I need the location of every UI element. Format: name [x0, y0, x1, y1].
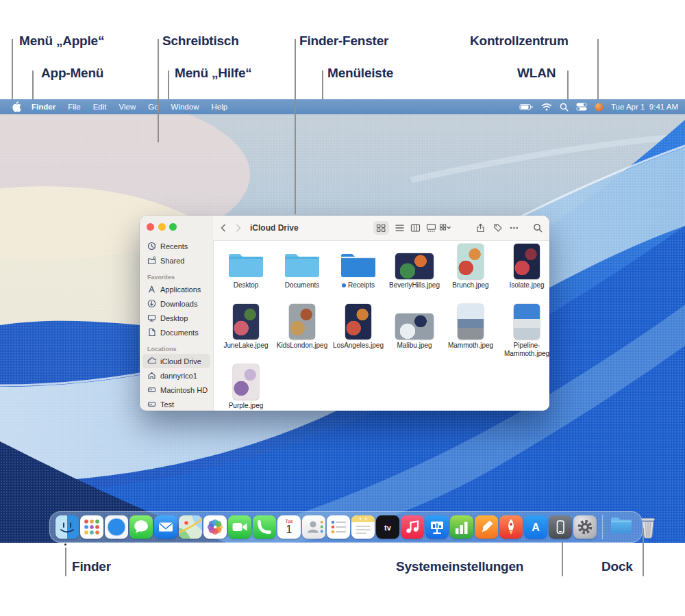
battery-icon[interactable]	[519, 103, 534, 111]
file-documents[interactable]: Documents	[275, 244, 329, 304]
view-grid-button[interactable]	[373, 221, 389, 235]
dock-phone-icon[interactable]	[253, 515, 276, 539]
dock-safari-icon[interactable]	[105, 515, 128, 539]
dock-downloads-folder-icon[interactable]	[609, 515, 634, 539]
minimize-button[interactable]	[158, 223, 166, 231]
control-center-icon[interactable]	[576, 103, 587, 111]
dock-system-settings-icon[interactable]	[573, 515, 597, 539]
dock-notes-icon[interactable]	[351, 515, 375, 539]
callout-line	[597, 39, 599, 99]
file-desktop[interactable]: Desktop	[219, 244, 273, 304]
search-icon[interactable]	[560, 103, 569, 112]
dock-pages-icon[interactable]	[475, 515, 498, 539]
sidebar-item-documents[interactable]: Documents	[142, 325, 210, 339]
dock-facetime-icon[interactable]	[228, 515, 251, 539]
file-kidslondon-jpeg[interactable]: KidsLondon.jpeg	[275, 304, 329, 364]
callout-line	[322, 70, 323, 99]
dock-launchpad-icon[interactable]	[80, 515, 103, 539]
callout-label-finder-fenster: Finder-Fenster	[299, 34, 388, 49]
sidebar-item-dannyrico1[interactable]: dannyrico1	[142, 368, 210, 383]
menubar-status-icons	[519, 103, 603, 112]
dock-iphone-mirroring-icon[interactable]	[549, 515, 572, 539]
image-thumbnail	[514, 244, 540, 279]
file-label: Purple.jpeg	[229, 402, 264, 410]
wifi-icon[interactable]	[541, 103, 552, 111]
menu-finder[interactable]: Finder	[25, 99, 62, 114]
dock-photos-icon[interactable]	[203, 515, 227, 539]
menu-help[interactable]: Help	[205, 99, 234, 114]
menu-window[interactable]: Window	[165, 99, 206, 114]
avatar-icon[interactable]	[595, 103, 603, 112]
dock-maps-icon[interactable]	[179, 515, 202, 539]
view-gallery-button[interactable]	[426, 223, 436, 233]
finder-content: Desktop Documents ReceiptsBeverlyHills.j…	[214, 241, 549, 411]
file-brunch-jpeg[interactable]: Brunch.jpeg	[443, 244, 498, 304]
downloads-icon	[147, 299, 156, 308]
more-button[interactable]	[509, 216, 519, 240]
image-thumbnail	[289, 304, 315, 339]
zoom-button[interactable]	[169, 223, 177, 231]
sidebar-item-desktop[interactable]: Desktop	[142, 311, 210, 325]
annotated-screenshot: { "callouts": { "text_color": "#1d2b52",…	[0, 0, 685, 616]
menu-edit[interactable]: Edit	[87, 99, 113, 114]
finder-sidebar: RecentsSharedFavoritesApplicationsDownlo…	[140, 216, 214, 411]
file-beverlyhills-jpeg[interactable]: BeverlyHills.jpeg	[387, 244, 442, 304]
close-button[interactable]	[147, 223, 154, 231]
sidebar-item-applications[interactable]: Applications	[142, 282, 210, 296]
finder-window[interactable]: RecentsSharedFavoritesApplicationsDownlo…	[140, 216, 549, 411]
file-pipeline-mammoth-jpeg[interactable]: Pipeline-Mammoth.jpeg	[499, 304, 554, 364]
menubar-clock[interactable]: Tue Apr 1 9:41 AM	[611, 103, 678, 111]
sidebar-item-macintosh-hd[interactable]: Macintosh HD	[142, 383, 210, 397]
dock-keynote-icon[interactable]	[425, 515, 449, 539]
file-junelake-jpeg[interactable]: JuneLake.jpeg	[219, 304, 273, 364]
menu-go[interactable]: Go	[142, 99, 164, 114]
tag-button[interactable]	[493, 216, 503, 240]
group-button[interactable]	[439, 216, 451, 240]
dock-rocket-icon[interactable]	[499, 515, 523, 539]
search-button[interactable]	[533, 216, 543, 240]
file-isolate-jpeg[interactable]: Isolate.jpeg	[499, 244, 554, 304]
sidebar-item-recents[interactable]: Recents	[142, 239, 210, 253]
callout-label-menu-apple: Menü „Apple“	[19, 34, 104, 49]
file-losangeles-jpeg[interactable]: LosAngeles.jpeg	[331, 304, 386, 364]
file-malibu-jpeg[interactable]: Malibu.jpeg	[387, 304, 442, 364]
sidebar-item-icloud-drive[interactable]: iCloud Drive	[142, 354, 210, 368]
home-icon	[147, 371, 156, 380]
share-button[interactable]	[475, 216, 486, 240]
view-list-button[interactable]	[395, 223, 405, 233]
callout-line	[562, 542, 563, 576]
callout-line	[168, 70, 169, 99]
view-columns-button[interactable]	[410, 223, 421, 233]
file-label: Documents	[285, 281, 320, 290]
sidebar-item-downloads[interactable]: Downloads	[142, 296, 210, 311]
forward-button[interactable]	[234, 216, 243, 240]
sidebar-item-test[interactable]: Test	[142, 397, 210, 411]
file-purple-jpeg[interactable]: Purple.jpeg	[219, 364, 273, 424]
callout-label-dock: Dock	[601, 559, 633, 574]
dock-finder-icon[interactable]	[55, 515, 79, 539]
menu-view[interactable]: View	[113, 99, 142, 114]
window-controls	[147, 223, 177, 231]
svg-text:A: A	[532, 522, 540, 533]
sidebar-item-shared[interactable]: Shared	[142, 253, 210, 268]
dock-messages-icon[interactable]	[129, 515, 153, 539]
dock-numbers-icon[interactable]	[450, 515, 473, 539]
file-mammoth-jpeg[interactable]: Mammoth.jpeg	[443, 304, 498, 364]
dock-tv-icon[interactable]: tv	[376, 515, 399, 539]
apple-menu-icon[interactable]	[8, 101, 25, 112]
menu-file[interactable]: File	[62, 99, 87, 114]
callout-label-menu-hilfe: Menü „Hilfe“	[175, 66, 252, 81]
dock-contacts-icon[interactable]	[302, 515, 325, 539]
menubar-status-area: Tue Apr 1 9:41 AM	[519, 99, 685, 114]
shared-folder-icon	[340, 244, 377, 279]
dock-calendar-icon[interactable]: Tue1	[277, 515, 301, 539]
dock-trash-icon[interactable]	[636, 515, 661, 539]
file-receipts[interactable]: Receipts	[331, 244, 386, 304]
dock-reminders-icon[interactable]	[327, 515, 350, 539]
dock-mail-icon[interactable]	[154, 515, 177, 539]
callout-label-finder: Finder	[72, 559, 111, 574]
back-button[interactable]	[219, 216, 227, 240]
dock-separator	[602, 515, 603, 539]
dock-music-icon[interactable]	[401, 515, 424, 539]
dock-app-store-icon[interactable]: A	[524, 515, 547, 539]
